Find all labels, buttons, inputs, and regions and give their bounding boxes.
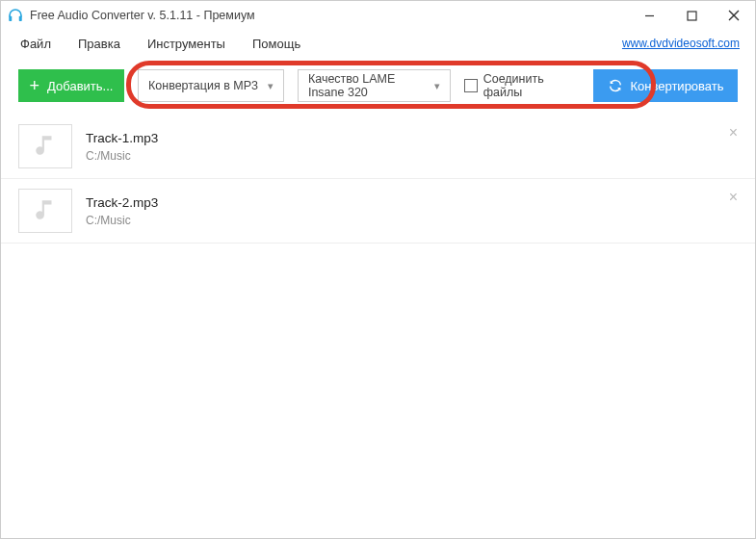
toolbar: + Добавить... Конвертация в MP3 ▾ Качест… [1,57,755,115]
chevron-down-icon: ▾ [268,80,274,92]
website-link[interactable]: www.dvdvideosoft.com [622,37,740,50]
minimize-button[interactable] [628,1,670,30]
convert-button[interactable]: Конвертировать [593,69,738,102]
file-name: Track-2.mp3 [86,195,158,210]
svg-rect-3 [688,12,696,20]
file-thumbnail [18,189,72,233]
titlebar: Free Audio Converter v. 5.1.11 - Премиум [1,1,755,30]
quality-selected: Качество LAME Insane 320 [308,72,427,99]
add-button-label: Добавить... [47,79,113,93]
chevron-down-icon: ▾ [434,80,440,92]
file-info: Track-2.mp3 C:/Music [86,195,158,227]
svg-rect-1 [19,16,22,21]
app-icon [7,7,24,24]
join-files-checkbox[interactable]: Соединить файлы [464,72,580,99]
maximize-button[interactable] [670,1,713,30]
music-note-icon [33,133,58,161]
quality-dropdown[interactable]: Качество LAME Insane 320 ▾ [298,69,451,102]
remove-item-button[interactable]: × [729,124,738,141]
menu-file[interactable]: Файл [7,33,65,55]
refresh-icon [608,78,623,93]
format-dropdown[interactable]: Конвертация в MP3 ▾ [138,69,284,102]
menu-edit[interactable]: Правка [65,33,134,55]
file-list: Track-1.mp3 C:/Music × Track-2.mp3 C:/Mu… [1,115,755,244]
menu-help[interactable]: Помощь [239,33,314,55]
file-path: C:/Music [86,149,158,163]
join-files-label: Соединить файлы [483,72,580,99]
plus-icon: + [30,77,40,94]
format-selected: Конвертация в MP3 [148,79,258,92]
list-item[interactable]: Track-2.mp3 C:/Music × [1,179,755,244]
convert-button-label: Конвертировать [631,79,724,93]
svg-rect-0 [9,16,12,21]
checkbox-box [464,79,477,92]
file-name: Track-1.mp3 [86,131,158,145]
file-info: Track-1.mp3 C:/Music [86,131,158,163]
music-note-icon [33,197,58,225]
menu-tools[interactable]: Инструменты [134,33,239,55]
list-item[interactable]: Track-1.mp3 C:/Music × [1,115,755,179]
file-path: C:/Music [86,214,158,227]
window-controls [628,1,755,30]
remove-item-button[interactable]: × [729,189,738,206]
file-thumbnail [18,124,72,168]
window-title: Free Audio Converter v. 5.1.11 - Премиум [30,9,255,22]
menubar: Файл Правка Инструменты Помощь www.dvdvi… [1,30,755,57]
close-button[interactable] [713,1,755,30]
add-files-button[interactable]: + Добавить... [18,69,124,102]
